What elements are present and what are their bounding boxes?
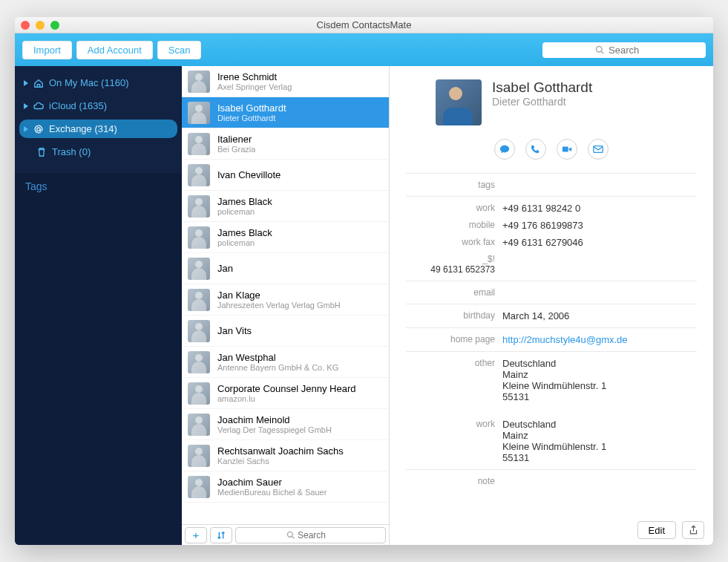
email-button[interactable] <box>588 139 609 160</box>
share-button[interactable] <box>682 521 704 539</box>
bottom-search-input[interactable] <box>298 530 335 540</box>
phone-value[interactable]: +49 176 86199873 <box>502 220 697 231</box>
phone-value[interactable]: +49 6131 6279046 <box>502 237 697 248</box>
homepage-label: home page <box>406 334 502 345</box>
phone-value[interactable]: +49 6131 98242 0 <box>502 203 697 214</box>
svg-point-0 <box>597 47 603 53</box>
contact-row-name: Isabel Gotthardt <box>217 102 286 114</box>
list-item[interactable]: Joachim SauerMedienBureau Bichel & Sauer <box>182 471 389 503</box>
close-window-button[interactable] <box>21 21 30 30</box>
list-item[interactable]: Irene SchmidtAxel Springer Verlag <box>182 66 389 97</box>
add-contact-button[interactable]: + <box>185 527 207 543</box>
sidebar-trash[interactable]: Trash (0) <box>19 143 177 161</box>
list-item[interactable]: Joachim MeinoldVerlag Der Tagesspiegel G… <box>182 409 389 440</box>
sidebar-account-1[interactable]: iCloud (1635) <box>19 97 177 115</box>
avatar <box>188 445 210 467</box>
share-icon <box>689 525 698 535</box>
contact-row-name: James Black <box>217 196 272 207</box>
list-item[interactable]: Rechtsanwalt Joachim SachsKanzlei Sachs <box>182 440 389 471</box>
phone-label: work <box>406 203 502 214</box>
edit-button[interactable]: Edit <box>637 521 676 539</box>
address-value: DeutschlandMainzKleine Windmühlenstr. 15… <box>502 358 697 402</box>
trash-label: Trash (0) <box>52 146 91 157</box>
contact-row-sub: Kanzlei Sachs <box>217 457 344 465</box>
phone-value[interactable]: 49 6131 652373 <box>406 264 495 275</box>
tags-value[interactable] <box>502 180 697 190</box>
contact-row-sub: Jahreszeiten Verlag Verlag GmbH <box>217 301 341 310</box>
contact-row-name: Joachim Sauer <box>217 477 327 488</box>
toolbar: Import Add Account Scan <box>15 33 713 66</box>
list-item[interactable]: Jan KlageJahreszeiten Verlag Verlag GmbH <box>182 284 389 316</box>
phone-label: mobile <box>406 220 502 231</box>
search-box[interactable] <box>542 42 706 58</box>
sort-icon <box>216 530 226 540</box>
detail-bottom-bar: Edit <box>637 521 704 539</box>
avatar <box>188 289 210 311</box>
search-input[interactable] <box>609 45 653 56</box>
sidebar-account-2[interactable]: Exchange (314) <box>19 120 177 138</box>
contact-row-name: Ivan Chevillote <box>217 169 281 180</box>
account-label: iCloud (1635) <box>49 100 107 111</box>
bottom-search[interactable] <box>235 527 386 543</box>
list-item[interactable]: Jan <box>182 253 389 284</box>
avatar <box>188 351 210 373</box>
phone-label: _$!49 6131 652373 <box>406 254 502 275</box>
add-account-button[interactable]: Add Account <box>76 41 153 59</box>
sort-button[interactable] <box>210 527 232 543</box>
contact-row-name: Jan <box>217 263 233 274</box>
note-value[interactable] <box>502 476 697 486</box>
list-item[interactable]: James Blackpoliceman <box>182 222 389 253</box>
list-item[interactable]: Isabel GotthardtDieter Gotthardt <box>182 97 389 128</box>
contact-name: Isabel Gotthardt <box>492 79 592 96</box>
contact-row-sub: policeman <box>217 238 272 247</box>
contact-row-sub: Dieter Gotthardt <box>217 114 286 122</box>
list-item[interactable]: Ivan Chevillote <box>182 160 389 191</box>
sidebar-account-0[interactable]: On My Mac (1160) <box>19 73 177 92</box>
contact-list-panel: Irene SchmidtAxel Springer VerlagIsabel … <box>182 66 390 545</box>
address-value: DeutschlandMainzKleine Windmühlenstr. 15… <box>502 419 697 463</box>
email-value[interactable] <box>502 287 697 298</box>
scan-button[interactable]: Scan <box>157 41 202 59</box>
import-button[interactable]: Import <box>22 41 72 59</box>
birthday-value: March 14, 2006 <box>502 310 697 321</box>
avatar <box>188 102 210 124</box>
maximize-window-button[interactable] <box>50 21 59 30</box>
call-button[interactable] <box>525 139 546 160</box>
avatar <box>188 71 210 93</box>
phone-label: work fax <box>406 237 502 248</box>
account-label: On My Mac (1160) <box>49 77 129 88</box>
svg-line-1 <box>601 51 603 53</box>
avatar <box>188 226 210 249</box>
list-item[interactable]: Jan Vits <box>182 316 389 347</box>
homepage-value[interactable]: http://2muchstyle4u@gmx.de <box>502 334 697 345</box>
svg-rect-5 <box>563 147 568 152</box>
video-button[interactable] <box>557 139 577 160</box>
contact-row-name: Jan Vits <box>217 325 252 336</box>
email-label: email <box>406 287 502 298</box>
tags-label: tags <box>406 180 502 190</box>
minimize-window-button[interactable] <box>36 21 45 30</box>
address-label: other <box>406 358 502 402</box>
message-button[interactable] <box>494 139 515 160</box>
search-icon <box>286 531 295 539</box>
contact-subname: Dieter Gotthardt <box>492 96 592 108</box>
contact-row-name: Irene Schmidt <box>217 71 292 82</box>
detail-header: Isabel Gotthardt Dieter Gotthardt <box>406 75 697 133</box>
list-item[interactable]: Corporate Counsel Jenny Heardamazon.lu <box>182 378 389 409</box>
tags-section-header[interactable]: Tags <box>15 173 182 200</box>
avatar <box>188 164 210 186</box>
contact-row-sub: amazon.lu <box>217 394 355 403</box>
contact-row-name: Corporate Counsel Jenny Heard <box>217 383 355 394</box>
list-item[interactable]: James Blackpoliceman <box>182 191 389 222</box>
avatar <box>188 382 210 405</box>
list-item[interactable]: Jan WestphalAntenne Bayern GmbH & Co. KG <box>182 347 389 378</box>
avatar <box>188 476 210 498</box>
contact-row-sub: Axel Springer Verlag <box>217 82 292 91</box>
avatar <box>188 133 210 155</box>
list-item[interactable]: ItalienerBei Grazia <box>182 128 389 160</box>
contact-row-sub: policeman <box>217 207 272 216</box>
contact-photo[interactable] <box>436 79 482 125</box>
svg-rect-6 <box>594 146 603 153</box>
app-window: Cisdem ContactsMate Import Add Account S… <box>15 17 713 545</box>
contact-list[interactable]: Irene SchmidtAxel Springer VerlagIsabel … <box>182 66 389 524</box>
